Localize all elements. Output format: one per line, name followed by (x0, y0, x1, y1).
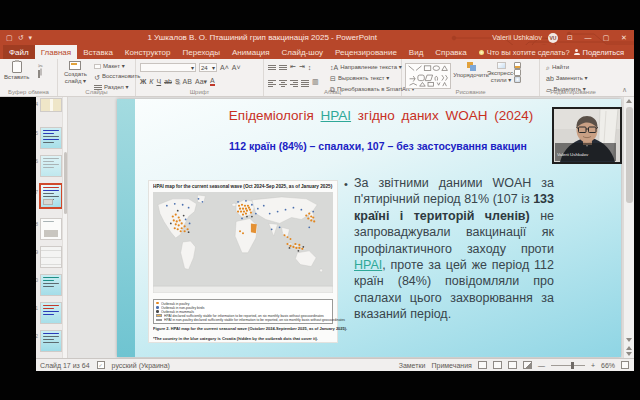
previous-slide-icon[interactable] (626, 346, 632, 350)
zoom-slider[interactable] (551, 365, 585, 366)
change-case-icon[interactable]: Аа▾ (195, 78, 207, 86)
slide-body-text[interactable]: • За звітними даними WOAH за п'ятирічний… (344, 175, 554, 323)
tab-transitions[interactable]: Переходы (176, 45, 226, 59)
find-button[interactable]: ⌕Найти (546, 62, 587, 73)
tell-me-box[interactable]: Что вы хотите сделать? (479, 45, 570, 59)
next-slide-icon[interactable] (626, 352, 632, 356)
align-left-icon[interactable] (268, 79, 276, 86)
zoom-in-button[interactable]: + (591, 362, 595, 369)
underline-icon[interactable]: Ч (156, 78, 161, 85)
layout-button[interactable]: Макет ▾ (94, 62, 140, 72)
text-shadow-icon[interactable]: S (175, 78, 180, 85)
tab-animations[interactable]: Анимация (226, 45, 276, 59)
ribbon-display-options-icon[interactable]: ⊡ (564, 34, 576, 42)
cut-icon[interactable]: ✂ (38, 63, 46, 69)
legend-label: Outbreak in non-poultry birds (161, 305, 204, 309)
indent-less-icon[interactable]: ⇤ (290, 63, 296, 71)
tab-help[interactable]: Справка (429, 45, 472, 59)
slide-thumbnail-16[interactable] (40, 155, 62, 177)
shape-fill-icon (514, 62, 521, 69)
save-icon[interactable]: ▢ (6, 34, 13, 41)
shapes-gallery[interactable] (405, 63, 451, 89)
indent-more-icon[interactable]: ⇥ (299, 63, 305, 71)
numbering-icon[interactable] (279, 64, 287, 71)
tab-slideshow[interactable]: Слайд-шоу (276, 45, 329, 59)
justify-icon[interactable] (301, 79, 309, 86)
columns-icon[interactable]: ▥ (312, 78, 319, 86)
scroll-up-icon[interactable] (626, 99, 632, 103)
quick-styles-button[interactable]: Экспресс- стили ▾ (488, 62, 514, 83)
tab-home[interactable]: Главная (35, 45, 77, 59)
share-button[interactable]: Поделиться (574, 45, 624, 59)
replace-button[interactable]: abЗаменить ▾ (546, 73, 587, 84)
zoom-out-button[interactable]: — (538, 362, 545, 369)
main-scrollbar[interactable] (623, 97, 634, 358)
paste-label: Вставить (4, 74, 29, 80)
account-name[interactable]: Valerii Ushkalov (492, 34, 542, 41)
font-color-icon[interactable]: А (210, 77, 215, 86)
slide-title-hpai-link[interactable]: HPAI (321, 108, 352, 123)
slide-title-post: згідно даних WOAH (2024) (358, 108, 533, 123)
slide-thumbnail-19[interactable] (40, 246, 62, 268)
tab-design[interactable]: Конструктор (119, 45, 177, 59)
scroll-down-icon[interactable] (626, 338, 632, 342)
slide-thumbnail-22[interactable] (40, 330, 62, 352)
language-indicator[interactable]: русский (Украина) (112, 362, 170, 369)
new-slide-button[interactable]: Создать слайд ▾ (64, 61, 87, 84)
zoom-slider-thumb[interactable] (571, 362, 574, 369)
line-spacing-icon[interactable]: ↕ (308, 64, 312, 71)
slideshow-view-icon[interactable] (523, 361, 532, 369)
copy-icon[interactable] (38, 71, 46, 77)
hpai-map-figure[interactable]: HPAI map for the current seasonal wave (… (148, 180, 338, 343)
grow-font-icon[interactable]: А˄ (220, 64, 229, 71)
scrollbar-thumb[interactable] (626, 107, 633, 203)
thumbnail-scrollbar[interactable] (62, 97, 67, 358)
slide-thumbnail-15[interactable] (40, 127, 62, 149)
tab-insert[interactable]: Вставка (77, 45, 119, 59)
slide-thumbnail-21[interactable] (40, 302, 62, 324)
layout-label: Макет ▾ (103, 62, 125, 72)
slide-counter[interactable]: Слайд 17 из 64 (40, 362, 90, 369)
tab-review[interactable]: Рецензирование (329, 45, 403, 59)
paste-button[interactable]: Вставить (4, 61, 29, 80)
slide-thumbnail-14[interactable] (40, 98, 62, 112)
tab-view[interactable]: Вид (403, 45, 429, 59)
close-button[interactable]: ✕ (618, 34, 630, 42)
align-right-icon[interactable] (290, 79, 298, 86)
zoom-level[interactable]: 66% (601, 362, 615, 369)
bold-icon[interactable]: Ж (140, 78, 146, 85)
slide-thumbnail-20[interactable] (40, 274, 62, 296)
slide-canvas[interactable]: Епідеміологія HPAI згідно даних WOAH (20… (117, 99, 621, 357)
group-clipboard-label: Буфер обмена (0, 89, 57, 95)
normal-view-icon[interactable] (478, 361, 487, 369)
arrange-button[interactable]: Упорядочить (454, 62, 488, 78)
fit-slide-to-window-icon[interactable] (621, 361, 629, 369)
format-painter-icon[interactable] (38, 79, 46, 85)
font-name-combobox[interactable]: ▾ (140, 63, 196, 72)
comments-button[interactable]: Примечания (431, 362, 471, 369)
slide-thumbnail-17-selected[interactable] (39, 183, 63, 209)
shrink-font-icon[interactable]: А˅ (232, 64, 241, 71)
minimize-button[interactable]: — (582, 34, 594, 41)
undo-icon[interactable]: ↺ (18, 34, 24, 41)
collapse-ribbon-icon[interactable]: ∧ (622, 86, 627, 94)
map-heading: HPAI map for the current seasonal wave (… (153, 184, 333, 190)
body-hpai-link[interactable]: HPAI (354, 258, 382, 272)
slide-title[interactable]: Епідеміологія HPAI згідно даних WOAH (20… (145, 108, 617, 123)
reading-view-icon[interactable] (508, 361, 517, 369)
spellcheck-icon[interactable]: ✓ (97, 361, 105, 369)
maximize-button[interactable]: ▢ (600, 34, 612, 42)
italic-icon[interactable]: К (149, 78, 153, 85)
avatar[interactable]: VU (548, 33, 558, 43)
bullets-icon[interactable] (268, 64, 276, 71)
slide-sorter-view-icon[interactable] (493, 361, 502, 369)
reset-button[interactable]: ↺Восстановить (94, 72, 140, 83)
slide-thumbnail-18[interactable] (40, 218, 62, 240)
strikethrough-icon[interactable]: ab (164, 78, 172, 85)
slide-subtitle[interactable]: 112 країн (84%) – спалахи, 107 – без зас… (145, 140, 611, 152)
font-size-combobox[interactable]: 24▾ (199, 63, 217, 72)
char-spacing-icon[interactable]: АВ (183, 78, 192, 85)
notes-button[interactable]: Заметки (399, 362, 426, 369)
tab-file[interactable]: Файл (3, 45, 35, 59)
align-center-icon[interactable] (279, 79, 287, 86)
